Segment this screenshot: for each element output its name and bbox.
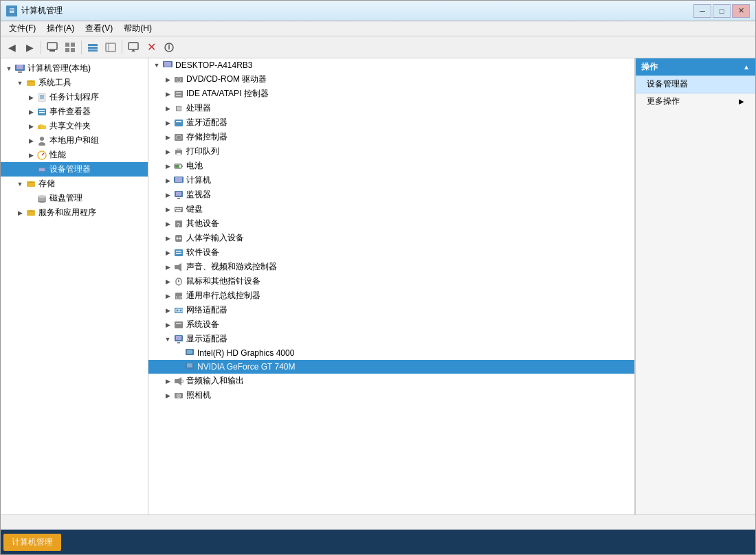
device-root[interactable]: ▼ DESKTOP-A414RB3 <box>148 58 634 72</box>
computer-icon <box>162 60 173 71</box>
menu-help[interactable]: 帮助(H) <box>118 21 157 36</box>
monitor-icon <box>173 190 184 201</box>
svg-rect-68 <box>176 210 181 212</box>
toolbar-btn-4[interactable] <box>102 39 119 56</box>
expand-storage: ▼ <box>14 179 25 190</box>
expand-monitor: ▶ <box>162 190 173 201</box>
bluetooth-label: 蓝牙适配器 <box>186 117 227 128</box>
device-battery[interactable]: ▶ 电池 <box>148 159 634 173</box>
tree-performance[interactable]: ▶ 性能 <box>1 148 148 162</box>
right-panel-title: 操作 <box>641 61 658 73</box>
expand-sound: ▶ <box>162 262 173 273</box>
expand-storage-ctrl: ▶ <box>162 132 173 143</box>
right-panel-device-manager[interactable]: 设备管理器 <box>636 76 755 93</box>
device-ide[interactable]: ▶ IDE ATA/ATAPI 控制器 <box>148 87 634 101</box>
expand-ide: ▶ <box>162 89 173 100</box>
collapse-icon[interactable]: ▲ <box>743 63 750 71</box>
svg-rect-66 <box>179 208 181 209</box>
delete-button[interactable]: ✕ <box>143 39 159 56</box>
svg-rect-64 <box>175 208 177 209</box>
svg-rect-57 <box>175 165 179 168</box>
device-display[interactable]: ▼ 显示适配器 <box>148 332 634 346</box>
tree-storage[interactable]: ▼ 存储 <box>1 177 148 191</box>
tree-task-scheduler[interactable]: ▶ 任务计划程序 <box>1 90 148 104</box>
display-label: 显示适配器 <box>186 333 227 345</box>
tree-device-manager[interactable]: 设备管理器 <box>1 162 148 177</box>
svg-text:?: ? <box>177 222 180 229</box>
device-storage-ctrl[interactable]: ▶ 存储控制器 <box>148 130 634 144</box>
svg-rect-76 <box>176 253 181 254</box>
right-device-manager-label: 设备管理器 <box>647 78 688 90</box>
device-monitor[interactable]: ▶ 监视器 <box>148 188 634 202</box>
main-content: ▼ 计算机管理(本地) ▼ 系统工具 ▶ 任务计划程序 <box>1 58 755 514</box>
root-label: 计算机管理(本地) <box>27 63 91 74</box>
device-camera[interactable]: ▶ 照相机 <box>148 388 634 403</box>
svg-rect-88 <box>176 336 181 340</box>
tree-disk-mgmt[interactable]: 磁盘管理 <box>1 191 148 205</box>
expand-users: ▶ <box>25 135 36 146</box>
device-bluetooth[interactable]: ▶ 蓝牙适配器 <box>148 115 634 130</box>
forward-button[interactable]: ▶ <box>21 39 38 56</box>
properties-button[interactable] <box>161 39 177 56</box>
device-keyboard[interactable]: ▶ 键盘 <box>148 202 634 216</box>
svg-rect-0 <box>47 43 57 49</box>
storage-ctrl-label: 存储控制器 <box>186 131 227 143</box>
device-intel-gpu[interactable]: Intel(R) HD Graphics 4000 <box>148 346 634 360</box>
svg-rect-26 <box>39 112 45 113</box>
device-hid[interactable]: ▶ 人体学输入设备 <box>148 231 634 245</box>
svg-rect-11 <box>129 43 138 49</box>
tree-event-viewer[interactable]: ▶ 事件查看器 <box>1 104 148 119</box>
software-label: 软件设备 <box>186 247 219 258</box>
device-sys[interactable]: ▶ 系统设备 <box>148 317 634 332</box>
device-dvd[interactable]: ▶ DVD/CD-ROM 驱动器 <box>148 72 634 87</box>
tree-services[interactable]: ▶ 服务和应用程序 <box>1 205 148 220</box>
device-audio[interactable]: ▶ 音频输入和输出 <box>148 374 634 388</box>
expand-bluetooth: ▶ <box>162 117 173 128</box>
expand-camera: ▶ <box>162 390 173 401</box>
monitor-label: 监视器 <box>186 189 211 201</box>
more-actions-arrow: ▶ <box>739 98 744 105</box>
restore-button[interactable]: □ <box>713 4 731 18</box>
ide-label: IDE ATA/ATAPI 控制器 <box>186 88 269 100</box>
device-sensors[interactable]: ▶ 鼠标和其他指针设备 <box>148 274 634 288</box>
toolbar-btn-2[interactable] <box>62 39 78 56</box>
menu-action[interactable]: 操作(A) <box>41 21 80 36</box>
toolbar-btn-1[interactable] <box>44 39 60 56</box>
tree-root[interactable]: ▼ 计算机管理(本地) <box>1 61 148 76</box>
device-sound[interactable]: ▶ 声音、视频和游戏控制器 <box>148 260 634 274</box>
shared-label: 共享文件夹 <box>49 120 91 132</box>
expand-display: ▼ <box>162 334 173 345</box>
menu-view[interactable]: 查看(V) <box>80 21 118 36</box>
other-label: 其他设备 <box>186 218 219 229</box>
svg-rect-61 <box>176 192 181 196</box>
tree-shared-folders[interactable]: ▶ 共享文件夹 <box>1 119 148 133</box>
minimize-button[interactable]: ─ <box>693 4 711 18</box>
device-cpu[interactable]: ▶ 处理器 <box>148 101 634 115</box>
device-software[interactable]: ▶ 软件设备 <box>148 245 634 260</box>
tree-sys-tools[interactable]: ▼ 系统工具 <box>1 76 148 90</box>
tree-local-users[interactable]: ▶ 本地用户和组 <box>1 133 148 148</box>
expand-sys: ▶ <box>162 319 173 330</box>
device-other[interactable]: ▶ ? 其他设备 <box>148 216 634 231</box>
close-button[interactable]: ✕ <box>732 4 750 18</box>
expand-keyboard: ▶ <box>162 204 173 215</box>
device-nvidia-gpu[interactable]: NVIDIA GeForce GT 740M <box>148 360 634 374</box>
back-button[interactable]: ◀ <box>3 39 20 56</box>
svg-rect-54 <box>177 153 181 155</box>
svg-rect-3 <box>71 43 75 47</box>
menu-file[interactable]: 文件(F) <box>3 21 41 36</box>
svg-rect-56 <box>181 166 183 167</box>
toolbar-btn-monitor[interactable] <box>125 39 142 56</box>
toolbar-btn-3[interactable] <box>85 39 101 56</box>
services-label: 服务和应用程序 <box>38 207 96 218</box>
right-panel: 操作 ▲ 设备管理器 更多操作 ▶ <box>635 58 755 514</box>
event-icon <box>36 106 47 117</box>
device-network[interactable]: ▶ 网络适配器 <box>148 303 634 317</box>
right-panel-more-actions[interactable]: 更多操作 ▶ <box>636 93 755 109</box>
taskbar-button[interactable]: 计算机管理 <box>3 534 61 551</box>
device-usb[interactable]: ▶ USB 通用串行总线控制器 <box>148 288 634 303</box>
device-print[interactable]: ▶ 打印队列 <box>148 144 634 159</box>
device-computer[interactable]: ▶ 计算机 <box>148 173 634 188</box>
storage-label: 存储 <box>38 178 55 190</box>
hid-icon <box>173 233 184 244</box>
